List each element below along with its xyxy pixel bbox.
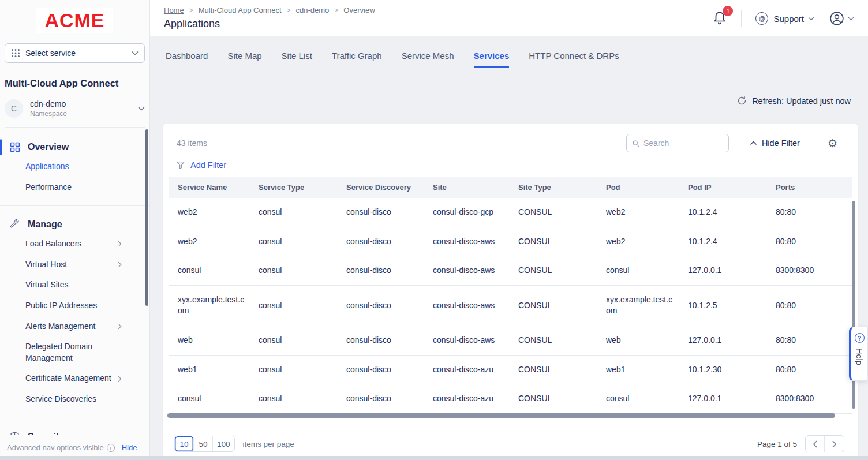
table-row[interactable]: consulconsulconsul-discoconsul-disco-aws… [169,256,852,286]
table-cell: 80:80 [766,285,852,326]
column-header: Pod IP [679,177,766,198]
breadcrumb-separator: > [287,6,291,14]
table-cell: xyx.example.test.com [597,285,679,326]
items-per-page-label: items per page [243,440,294,448]
table-cell: consul-disco [337,326,424,355]
table-row[interactable]: xyx.example.test.comconsulconsul-discoco… [169,285,852,326]
table-header: Service NameService TypeService Discover… [169,177,852,198]
table-cell: CONSUL [509,285,597,326]
table-cell: web2 [169,198,249,227]
table-row[interactable]: web1consulconsul-discoconsul-disco-azuCO… [169,355,852,384]
page-size-100[interactable]: 100 [213,436,234,451]
table-cell: consul [249,256,337,286]
search-box [626,134,729,152]
tab-services[interactable]: Services [474,51,510,68]
tab-service-mesh[interactable]: Service Mesh [402,51,454,68]
breadcrumb-separator: > [334,6,338,14]
sidebar-item-certificate-management[interactable]: Certificate Management [0,368,149,389]
sidebar-item-virtual-sites[interactable]: Virtual Sites [0,275,149,296]
notifications-button[interactable]: 1 [712,10,729,27]
sidebar-item-service-discoveries[interactable]: Service Discoveries [0,389,149,410]
namespace-selector[interactable]: C cdn-demo Namespace [5,99,145,128]
column-header: Pod [597,177,679,198]
table-cell: 10.1.2.4 [679,227,766,256]
page-size-10[interactable]: 10 [175,436,194,451]
next-page-button[interactable] [825,436,844,452]
table-cell: consul [249,326,337,355]
sidebar-item-applications[interactable]: Applications [0,156,149,177]
sidebar-item-label: Load Balancers [25,238,118,250]
column-header: Service Name [169,177,249,198]
overview-grid-icon [9,141,21,153]
table-row[interactable]: web2consulconsul-discoconsul-disco-awsCO… [169,227,852,256]
table-cell: 8300:8300 [766,384,852,414]
select-service-dropdown[interactable]: Select service [5,43,145,63]
sidebar-item-label: Certificate Management [25,373,118,384]
table-cell: web1 [169,355,249,384]
account-menu[interactable] [829,11,854,26]
sidebar-item-load-balancers[interactable]: Load Balancers [0,234,149,255]
help-question-icon: ? [855,333,865,343]
chevron-down-icon [132,51,139,55]
breadcrumb-item[interactable]: cdn-demo [296,6,330,14]
gear-icon[interactable]: ⚙ [828,138,837,149]
search-input[interactable] [643,139,723,148]
table-row[interactable]: webconsulconsul-discoconsul-disco-awsCON… [169,326,852,355]
sidebar-item-label: Performance [25,182,118,193]
search-icon [632,139,639,148]
sidebar-item-performance[interactable]: Performance [0,177,149,198]
table-cell: CONSUL [509,198,597,227]
page-horizontal-scrollbar[interactable] [0,456,868,460]
sidebar-section-header-overview[interactable]: Overview [0,138,149,156]
table-row[interactable]: consulconsulconsul-discoconsul-disco-azu… [169,384,852,414]
support-menu[interactable]: @ Support [755,12,814,25]
previous-page-button[interactable] [806,436,825,452]
sidebar-item-label: Public IP Addresses [25,300,118,312]
refresh-button[interactable]: Refresh: Updated just now [737,96,851,106]
table-cell: CONSUL [509,256,597,286]
sidebar-item-virtual-host[interactable]: Virtual Host [0,255,149,275]
tab-traffic-graph[interactable]: Traffic Graph [332,51,382,68]
acme-logo[interactable]: ACME [36,8,113,33]
sidebar-section-header-manage[interactable]: Manage [0,215,149,234]
page-title: Applications [164,18,712,30]
sidebar-item-delegated-domain-management[interactable]: Delegated Domain Management [0,336,149,368]
table-cell: consul-disco-aws [424,227,509,256]
sidebar-section-header-security[interactable]: Security [0,428,149,435]
notification-badge: 1 [723,6,733,16]
refresh-label: Refresh: Updated just now [752,96,851,106]
chevron-down-icon [848,17,854,21]
breadcrumb-item[interactable]: Home [164,6,184,14]
help-tab[interactable]: ? Help [849,327,868,381]
table-cell: 80:80 [766,355,852,384]
table-cell: consul-disco [337,227,424,256]
hide-filter-label: Hide Filter [762,139,800,148]
refresh-icon [737,96,747,106]
add-filter-button[interactable]: Add Filter [163,152,858,177]
horizontal-scrollbar[interactable] [167,413,835,418]
breadcrumb-item[interactable]: Overview [343,6,375,14]
page-size-50[interactable]: 50 [194,436,213,451]
chevron-right-icon [118,323,122,330]
sidebar-item-alerts-management[interactable]: Alerts Management [0,316,149,337]
table-row[interactable]: web2consulconsul-discoconsul-disco-gcpCO… [169,198,852,227]
tab-site-map[interactable]: Site Map [227,51,261,68]
tab-http-connect-drps[interactable]: HTTP Connect & DRPs [529,51,619,68]
sidebar-scrollbar[interactable] [145,129,148,306]
info-icon[interactable]: i [107,444,115,452]
sidebar: ACME Select service Multi-Cloud App Conn… [0,0,150,460]
column-header: Service Discovery [337,177,424,198]
hide-filter-button[interactable]: Hide Filter [750,139,800,148]
table-cell: CONSUL [509,326,597,355]
namespace-name: cdn-demo [30,99,138,109]
table-cell: 127.0.0.1 [679,384,766,414]
tab-site-list[interactable]: Site List [282,51,312,68]
tab-dashboard[interactable]: Dashboard [166,51,208,68]
table-cell: 127.0.0.1 [679,326,766,355]
sidebar-item-label: Service Discoveries [25,394,118,405]
sidebar-item-public-ip-addresses[interactable]: Public IP Addresses [0,296,149,316]
chevron-right-icon [118,241,122,247]
hide-nav-button[interactable]: Hide [122,443,137,452]
table-cell: web2 [597,198,679,227]
breadcrumb-item[interactable]: Multi-Cloud App Connect [199,6,282,14]
